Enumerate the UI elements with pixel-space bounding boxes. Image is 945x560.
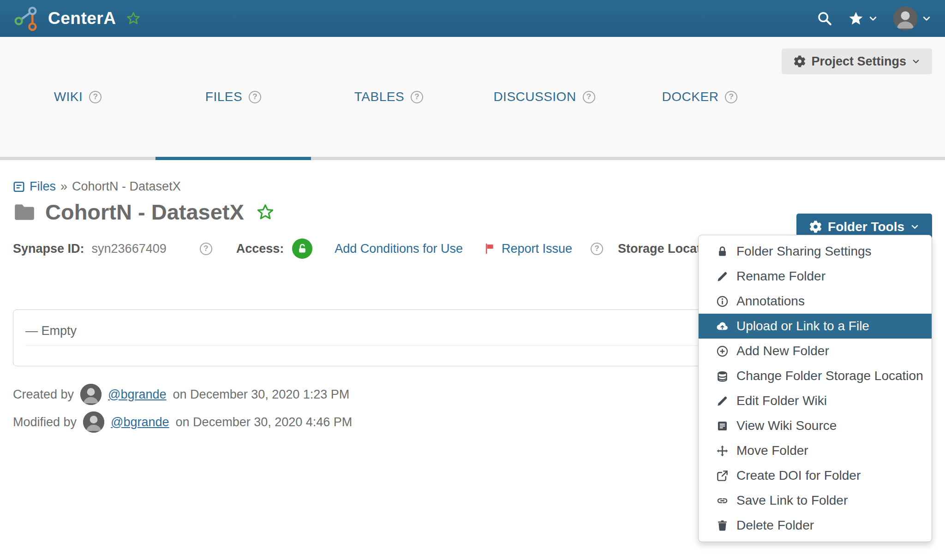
folder-tools-menu: Folder Sharing Settings Rename Folder An…	[698, 235, 932, 542]
plus-circle-icon	[716, 345, 729, 357]
account-menu[interactable]	[893, 6, 931, 30]
breadcrumb-files-link[interactable]: Files	[30, 179, 56, 194]
gear-icon	[809, 220, 822, 233]
tab-bar: WIKI ? FILES ? TABLES ? DISCUSSION ? DOC…	[0, 37, 778, 157]
lock-icon	[716, 245, 729, 258]
pencil-icon	[716, 270, 729, 283]
breadcrumb-current: CohortN - DatasetX	[72, 179, 181, 194]
info-circle-icon	[716, 295, 729, 308]
menu-item-label: View Wiki Source	[736, 418, 837, 433]
tab-discussion[interactable]: DISCUSSION ?	[467, 37, 622, 157]
user-avatar	[893, 6, 917, 30]
breadcrumb-separator: »	[60, 179, 67, 194]
tab-tables[interactable]: TABLES ?	[311, 37, 467, 157]
menu-item-move-folder[interactable]: Move Folder	[699, 438, 932, 463]
chevron-down-icon	[912, 57, 920, 66]
star-icon	[848, 11, 864, 26]
tab-label: DOCKER	[662, 89, 719, 104]
gear-icon	[794, 55, 806, 67]
menu-item-edit-folder-wiki[interactable]: Edit Folder Wiki	[699, 388, 932, 413]
add-conditions-link[interactable]: Add Conditions for Use	[335, 242, 463, 256]
user-avatar[interactable]	[80, 384, 102, 405]
tab-docker[interactable]: DOCKER ?	[622, 37, 778, 157]
menu-item-label: Add New Folder	[736, 344, 829, 358]
pencil-icon	[716, 395, 729, 407]
menu-item-label: Move Folder	[736, 443, 808, 458]
open-access-lock-icon[interactable]	[292, 238, 312, 259]
menu-item-label: Delete Folder	[736, 518, 814, 533]
title-row: CohortN - DatasetX	[13, 199, 932, 225]
menu-item-save-link-to-folder[interactable]: Save Link to Folder	[699, 488, 932, 513]
favorite-star-icon[interactable]	[256, 203, 275, 221]
database-icon	[716, 370, 729, 382]
help-icon[interactable]: ?	[411, 91, 423, 103]
menu-item-label: Edit Folder Wiki	[736, 393, 827, 408]
menu-item-view-wiki-source[interactable]: View Wiki Source	[699, 413, 932, 438]
tab-label: TABLES	[354, 89, 404, 104]
menu-item-label: Rename Folder	[736, 269, 825, 284]
move-icon	[716, 445, 729, 457]
favorites-menu[interactable]	[848, 11, 878, 26]
page-title: CohortN - DatasetX	[45, 199, 244, 225]
modified-by-user-link[interactable]: @bgrande	[111, 415, 169, 429]
created-by-label: Created by	[13, 387, 74, 402]
modified-by-label: Modified by	[13, 415, 77, 429]
menu-item-folder-sharing-settings[interactable]: Folder Sharing Settings	[699, 239, 932, 264]
folder-icon	[13, 201, 36, 224]
menu-item-label: Upload or Link to a File	[736, 319, 869, 334]
menu-item-label: Folder Sharing Settings	[736, 244, 872, 259]
top-navbar: CenterA	[0, 0, 945, 37]
created-by-user-link[interactable]: @bgrande	[108, 387, 167, 402]
favorite-star-icon[interactable]	[126, 11, 141, 26]
menu-item-annotations[interactable]: Annotations	[699, 289, 932, 314]
tab-wiki[interactable]: WIKI ?	[0, 37, 156, 157]
link-icon	[716, 494, 729, 507]
synapse-id-value: syn23667409	[92, 242, 167, 256]
cloud-upload-icon	[716, 320, 729, 333]
menu-item-label: Change Folder Storage Location	[736, 369, 923, 383]
menu-item-rename-folder[interactable]: Rename Folder	[699, 264, 932, 289]
breadcrumb: Files » CohortN - DatasetX	[13, 179, 932, 194]
help-icon[interactable]: ?	[583, 91, 595, 103]
report-issue-link[interactable]: Report Issue	[484, 242, 572, 256]
help-icon[interactable]: ?	[591, 243, 603, 255]
menu-item-create-doi-for-folder[interactable]: Create DOI for Folder	[699, 463, 932, 488]
tab-label: DISCUSSION	[493, 89, 576, 104]
search-icon[interactable]	[817, 11, 832, 26]
help-icon[interactable]: ?	[200, 243, 212, 255]
menu-item-label: Create DOI for Folder	[736, 468, 861, 483]
synapse-id-label: Synapse ID:	[13, 242, 84, 256]
menu-item-change-folder-storage-location[interactable]: Change Folder Storage Location	[699, 363, 932, 388]
files-list-icon	[13, 181, 25, 193]
tab-label: FILES	[205, 89, 242, 104]
brand-title[interactable]: CenterA	[48, 9, 116, 28]
created-date: on December 30, 2020 1:23 PM	[173, 387, 350, 402]
project-settings-label: Project Settings	[811, 54, 906, 69]
menu-item-label: Annotations	[736, 294, 805, 309]
folder-tools-label: Folder Tools	[828, 220, 904, 234]
chevron-down-icon	[910, 222, 919, 231]
access-label: Access:	[236, 242, 284, 256]
synapse-folder-page: CenterA Project Settings WIKI ?	[0, 0, 945, 560]
chevron-down-icon	[868, 14, 878, 23]
help-icon[interactable]: ?	[725, 91, 737, 103]
modified-date: on December 30, 2020 4:46 PM	[176, 415, 353, 429]
report-issue-label: Report Issue	[502, 242, 572, 256]
user-avatar[interactable]	[83, 411, 104, 433]
menu-item-delete-folder[interactable]: Delete Folder	[699, 513, 932, 538]
menu-item-label: Save Link to Folder	[736, 493, 848, 508]
external-link-icon	[716, 470, 729, 482]
tab-label: WIKI	[54, 89, 83, 104]
flag-icon	[484, 243, 496, 255]
menu-item-add-new-folder[interactable]: Add New Folder	[699, 339, 932, 363]
menu-item-upload-or-link-to-a-file[interactable]: Upload or Link to a File	[699, 314, 932, 339]
project-header: Project Settings WIKI ? FILES ? TABLES ?…	[0, 37, 945, 160]
help-icon[interactable]: ?	[249, 91, 261, 103]
chevron-down-icon	[922, 14, 931, 23]
trash-icon	[716, 519, 729, 532]
help-icon[interactable]: ?	[89, 91, 102, 103]
project-settings-button[interactable]: Project Settings	[782, 48, 932, 74]
wiki-source-icon	[716, 420, 729, 432]
tab-files[interactable]: FILES ?	[156, 37, 311, 157]
synapse-logo-icon[interactable]	[14, 6, 40, 31]
